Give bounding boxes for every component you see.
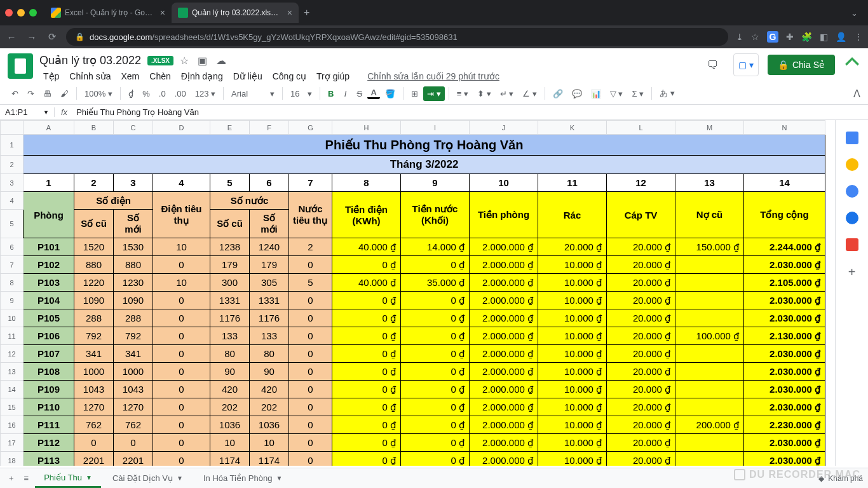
col-number[interactable]: 2	[74, 174, 114, 192]
table-row[interactable]: 12 P107 341 341 0 80 80 0 0 ₫ 0 ₫ 2.000.…	[1, 345, 825, 363]
move-doc-icon[interactable]: ▣	[198, 55, 207, 67]
all-sheets-button[interactable]: ≡	[20, 471, 33, 485]
reload-button[interactable]: ⟳	[46, 31, 58, 43]
menu-insert[interactable]: Chèn	[146, 70, 174, 83]
hdr-somoi[interactable]: Số mới	[250, 210, 289, 238]
table-row[interactable]: 9 P104 1090 1090 0 1331 1331 0 0 ₫ 0 ₫ 2…	[1, 292, 825, 309]
row-header[interactable]: 14	[1, 381, 24, 398]
col-header[interactable]: B	[74, 121, 114, 135]
hdr-rac[interactable]: Rác	[538, 192, 607, 238]
functions-button[interactable]: Σ ▾	[628, 86, 648, 101]
menu-tools[interactable]: Công cụ	[269, 70, 310, 83]
font-select[interactable]: Arial ▾	[227, 88, 278, 100]
menu-icon[interactable]: ⋮	[854, 32, 863, 42]
print-button[interactable]: 🖶	[39, 86, 55, 101]
hdr-tongcong[interactable]: Tổng cộng	[744, 192, 825, 238]
hdr-nocu[interactable]: Nợ cũ	[675, 192, 744, 238]
row-header[interactable]: 2	[1, 156, 24, 174]
row-header[interactable]: 9	[1, 292, 24, 309]
col-header[interactable]: M	[675, 121, 744, 135]
hdr-socu[interactable]: Số cũ	[210, 210, 250, 238]
col-header[interactable]: I	[401, 121, 470, 135]
col-number[interactable]: 5	[210, 174, 250, 192]
filter-button[interactable]: ▽ ▾	[606, 86, 627, 101]
row-header[interactable]: 16	[1, 416, 24, 434]
valign-button[interactable]: ⬍ ▾	[473, 86, 495, 101]
increase-decimal-button[interactable]: .00	[171, 86, 190, 101]
table-row[interactable]: 10 P105 288 288 0 1176 1176 0 0 ₫ 0 ₫ 2.…	[1, 309, 825, 327]
italic-button[interactable]: I	[339, 86, 351, 101]
maps-icon[interactable]	[846, 238, 858, 251]
table-row[interactable]: 13 P108 1000 1000 0 90 90 0 0 ₫ 0 ₫ 2.00…	[1, 363, 825, 381]
profile-icon[interactable]: 👤	[836, 32, 846, 42]
font-size-select[interactable]: 16 ▾	[287, 88, 316, 100]
col-number[interactable]: 13	[675, 174, 744, 192]
table-row[interactable]: 18 P113 2201 2201 0 1174 1174 0 0 ₫ 0 ₫ …	[1, 452, 825, 466]
sheet-tab-phieu-thu[interactable]: Phiếu Thu▼	[35, 469, 101, 488]
menu-format[interactable]: Định dạng	[177, 70, 227, 83]
table-row[interactable]: 7 P102 880 880 0 179 179 0 0 ₫ 0 ₫ 2.000…	[1, 256, 825, 274]
back-button[interactable]: ←	[5, 32, 18, 43]
row-header[interactable]: 10	[1, 309, 24, 327]
menu-help[interactable]: Trợ giúp	[313, 70, 353, 83]
browser-tab-drive[interactable]: Excel - Quản lý trọ - Google D ×	[44, 3, 172, 23]
add-sheet-button[interactable]: +	[5, 471, 18, 485]
sheet-title[interactable]: Phiếu Thu Phòng Trọ Hoàng Văn	[24, 135, 825, 156]
comments-icon[interactable]: 🗨	[702, 53, 724, 76]
row-header[interactable]: 8	[1, 274, 24, 292]
row-header[interactable]: 18	[1, 452, 24, 466]
col-header[interactable]: F	[250, 121, 289, 135]
col-header[interactable]: L	[607, 121, 675, 135]
col-header[interactable]: N	[744, 121, 825, 135]
input-tools-button[interactable]: あ ▾	[656, 85, 679, 102]
paint-format-button[interactable]: 🖌	[57, 86, 72, 101]
maximize-window[interactable]	[29, 9, 37, 17]
hdr-tienphong[interactable]: Tiền phòng	[470, 192, 538, 238]
row-header[interactable]: 15	[1, 398, 24, 416]
row-header[interactable]: 12	[1, 345, 24, 363]
col-number[interactable]: 8	[332, 174, 401, 192]
col-header[interactable]: G	[289, 121, 332, 135]
row-header[interactable]: 13	[1, 363, 24, 381]
strike-button[interactable]: S	[353, 86, 366, 101]
hdr-dientieuthu[interactable]: Điện tiêu thụ	[153, 192, 210, 238]
rotate-button[interactable]: ∠ ▾	[519, 86, 541, 101]
present-button[interactable]: ▢ ▾	[733, 53, 759, 76]
col-number[interactable]: 4	[153, 174, 210, 192]
extensions-icon[interactable]: 🧩	[801, 32, 812, 42]
more-formats-select[interactable]: 123 ▾	[191, 88, 219, 100]
add-addon-icon[interactable]: +	[848, 265, 856, 280]
col-number[interactable]: 6	[250, 174, 289, 192]
forward-button[interactable]: →	[25, 32, 38, 43]
row-header[interactable]: 7	[1, 256, 24, 274]
borders-button[interactable]: ⊞	[407, 86, 422, 101]
tasks-icon[interactable]	[846, 185, 858, 198]
table-row[interactable]: 14 P109 1043 1043 0 420 420 0 0 ₫ 0 ₫ 2.…	[1, 381, 825, 398]
table-row[interactable]: 17 P112 0 0 0 10 10 0 0 ₫ 0 ₫ 2.000.000 …	[1, 434, 825, 452]
close-tab-icon[interactable]: ×	[160, 8, 165, 18]
sheet-tab-cai-dat[interactable]: Cài Đặt Dịch Vụ▼	[104, 470, 192, 487]
contacts-icon[interactable]	[846, 212, 858, 224]
col-header[interactable]: E	[210, 121, 250, 135]
col-number[interactable]: 9	[401, 174, 470, 192]
menu-edit[interactable]: Chỉnh sửa	[65, 70, 114, 83]
url-input[interactable]: 🔒 docs.google.com/spreadsheets/d/1W1vs5K…	[66, 28, 728, 46]
spreadsheet-grid[interactable]: ABCDEFGHIJKLMN1Phiếu Thu Phòng Trọ Hoàng…	[0, 120, 835, 466]
table-row[interactable]: 11 P106 792 792 0 133 133 0 0 ₫ 0 ₫ 2.00…	[1, 327, 825, 345]
row-header[interactable]: 5	[1, 210, 24, 238]
table-row[interactable]: 6 P101 1520 1530 10 1238 1240 2 40.000 ₫…	[1, 238, 825, 256]
undo-button[interactable]: ↶	[8, 86, 22, 101]
row-header[interactable]: 4	[1, 192, 24, 210]
tabs-dropdown-icon[interactable]: ⌄	[851, 8, 858, 18]
install-icon[interactable]: ⤓	[736, 32, 743, 42]
browser-tab-sheets[interactable]: Quản lý trọ 03.2022.xlsx - Goo ×	[172, 3, 299, 23]
hdr-nuoctieuthu[interactable]: Nước tiêu thụ	[289, 192, 332, 238]
col-number[interactable]: 7	[289, 174, 332, 192]
plus-extension-icon[interactable]: ✚	[786, 32, 794, 42]
decrease-decimal-button[interactable]: .0	[155, 86, 170, 101]
halign-button[interactable]: ≡ ▾	[453, 86, 472, 101]
panels-icon[interactable]: ◧	[820, 32, 828, 42]
format-currency-button[interactable]: ₫	[125, 86, 137, 101]
star-doc-icon[interactable]: ☆	[180, 55, 189, 67]
hdr-phong[interactable]: Phòng	[24, 192, 74, 238]
